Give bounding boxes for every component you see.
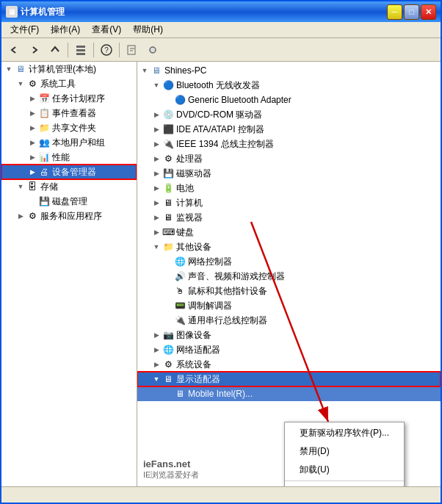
close-button[interactable]: ✕	[421, 4, 436, 20]
dd-expand: ▶	[151, 168, 162, 179]
kb-label: 键盘	[176, 226, 194, 239]
ctx-scan[interactable]: 扫描检测硬件改动(A)	[285, 483, 404, 486]
mi-label: Mobile Intel(R)...	[188, 389, 253, 399]
right-item-ieee[interactable]: ▶ 🔌 IEEE 1394 总线主控制器	[137, 137, 441, 151]
sidebar-item-disk-mgmt[interactable]: ▶ 💾 磁盘管理	[1, 194, 137, 209]
mdm-label: 调制解调器	[188, 300, 232, 312]
other-expand: ▼	[151, 241, 162, 253]
svg-rect-0	[76, 46, 85, 48]
system-tools-expand: ▼	[15, 78, 26, 90]
comp-expand: ▶	[151, 197, 162, 209]
nc-icon: 🌐	[174, 256, 186, 267]
gbt-label: Generic Bluetooth Adapter	[188, 95, 291, 105]
menu-file[interactable]: 文件(F)	[4, 22, 45, 37]
svg-rect-5	[128, 46, 135, 54]
maximize-button[interactable]: □	[404, 4, 419, 20]
right-item-battery[interactable]: ▶ 🔋 电池	[137, 181, 441, 195]
sidebar-item-services[interactable]: ▶ ⚙ 服务和应用程序	[1, 209, 137, 223]
minimize-button[interactable]: ─	[387, 4, 402, 20]
event-label: 事件查看器	[52, 107, 96, 120]
right-item-ide[interactable]: ▶ ⬛ IDE ATA/ATAPI 控制器	[137, 122, 441, 137]
sidebar-item-storage[interactable]: ▼ 🗄 存储	[1, 179, 137, 194]
other-icon: 📁	[162, 241, 174, 253]
right-item-generic-bt[interactable]: ▶ 🔵 Generic Bluetooth Adapter	[137, 93, 441, 107]
sidebar-item-event-viewer[interactable]: ▶ 📋 事件查看器	[1, 106, 137, 120]
ctx-disable[interactable]: 禁用(D)	[285, 442, 404, 461]
forward-button[interactable]	[25, 40, 44, 60]
dvd-icon: 💿	[162, 109, 174, 120]
kb-icon: ⌨	[162, 226, 174, 238]
right-item-mouse[interactable]: ▶ 🖱 鼠标和其他指针设备	[137, 284, 441, 298]
right-item-bluetooth[interactable]: ▼ 🔵 Bluetooth 无线收发器	[137, 78, 441, 93]
right-item-dvd[interactable]: ▶ 💿 DVD/CD-ROM 驱动器	[137, 107, 441, 122]
perf-label: 性能	[52, 151, 70, 164]
sidebar-item-system-tools[interactable]: ▼ ⚙ 系统工具	[1, 76, 137, 91]
left-panel: ▼ 🖥 计算机管理(本地) ▼ ⚙ 系统工具 ▶ 📅 任务计划程序 ▶ 📋 事件…	[1, 62, 137, 486]
up-button[interactable]	[46, 40, 65, 60]
statusbar	[1, 486, 441, 503]
right-item-other[interactable]: ▼ 📁 其他设备	[137, 240, 441, 254]
ctx-update-driver[interactable]: 更新驱动程序软件(P)...	[285, 424, 404, 442]
ctx-sep	[285, 480, 404, 481]
right-item-computer[interactable]: ▶ 🖥 计算机	[137, 195, 441, 210]
titlebar: 🖥 计算机管理 ─ □ ✕	[1, 1, 441, 22]
back-button[interactable]	[4, 40, 23, 60]
storage-expand: ▼	[15, 181, 26, 192]
right-item-image[interactable]: ▶ 📷 图像设备	[137, 328, 441, 342]
right-item-network-adapter[interactable]: ▶ 🌐 网络适配器	[137, 342, 441, 357]
sidebar-item-device-manager[interactable]: ▶ 🖨 设备管理器	[1, 165, 137, 179]
properties-toolbar-button[interactable]	[143, 40, 162, 60]
menu-action[interactable]: 操作(A)	[45, 22, 86, 37]
storage-label: 存储	[40, 181, 58, 193]
menu-view[interactable]: 查看(V)	[86, 22, 127, 37]
right-item-monitor[interactable]: ▶ 🖥 监视器	[137, 210, 441, 225]
right-root-icon: 🖥	[151, 65, 162, 76]
snd-icon: 🔊	[174, 270, 186, 282]
right-root[interactable]: ▼ 🖥 Shines-PC	[137, 63, 441, 78]
right-item-system-device[interactable]: ▶ ⚙ 系统设备	[137, 357, 441, 372]
sidebar-item-performance[interactable]: ▶ 📊 性能	[1, 150, 137, 165]
bat-icon: 🔋	[162, 182, 174, 194]
right-item-mobile-intel[interactable]: ▶ 🖥 Mobile Intel(R)...	[137, 386, 441, 401]
perf-icon: 📊	[38, 151, 50, 163]
sidebar-item-task-scheduler[interactable]: ▶ 📅 任务计划程序	[1, 91, 137, 106]
right-item-serial-bus[interactable]: ▶ 🔌 通用串行总线控制器	[137, 313, 441, 328]
task-label: 任务计划程序	[52, 93, 105, 105]
usb-label: 通用串行总线控制器	[188, 314, 267, 327]
shared-label: 共享文件夹	[52, 122, 96, 134]
tree-root[interactable]: ▼ 🖥 计算机管理(本地)	[1, 62, 137, 76]
dd-label: 磁驱动器	[176, 168, 211, 180]
right-item-processor[interactable]: ▶ ⚙ 处理器	[137, 151, 441, 166]
root-expand-icon: ▼	[3, 63, 15, 75]
system-tools-label: 系统工具	[40, 78, 76, 90]
right-item-modem[interactable]: ▶ 📟 调制解调器	[137, 298, 441, 313]
sidebar-item-shared-folders[interactable]: ▶ 📁 共享文件夹	[1, 120, 137, 135]
right-item-keyboard[interactable]: ▶ ⌨ 键盘	[137, 225, 441, 240]
snd-label: 声音、视频和游戏控制器	[188, 270, 285, 283]
toolbar: ?	[1, 38, 441, 62]
devmgr-icon: 🖨	[38, 166, 50, 178]
menu-help[interactable]: 帮助(H)	[127, 22, 169, 37]
right-item-disk-drive[interactable]: ▶ 💾 磁驱动器	[137, 166, 441, 181]
watermark-line2: IE浏览器爱好者	[143, 469, 199, 480]
svg-rect-2	[76, 53, 85, 55]
services-label: 服务和应用程序	[40, 210, 102, 223]
da-expand: ▼	[151, 373, 162, 385]
da-icon: 🖥	[162, 373, 174, 385]
watermark: ieFans.net IE浏览器爱好者	[143, 458, 199, 480]
mon-label: 监视器	[176, 212, 203, 224]
other-label: 其他设备	[176, 241, 211, 253]
ieee-expand: ▶	[151, 138, 162, 150]
sidebar-item-local-users[interactable]: ▶ 👥 本地用户和组	[1, 135, 137, 150]
img-label: 图像设备	[176, 329, 211, 342]
right-item-network-ctrl[interactable]: ▶ 🌐 网络控制器	[137, 254, 441, 269]
users-label: 本地用户和组	[52, 137, 105, 149]
right-item-display-adapter[interactable]: ▼ 🖥 显示适配器	[137, 372, 441, 386]
window-title: 计算机管理	[21, 6, 387, 18]
toolbar-sep-1	[68, 43, 68, 57]
ctx-uninstall[interactable]: 卸载(U)	[285, 461, 404, 479]
right-item-sound[interactable]: ▶ 🔊 声音、视频和游戏控制器	[137, 269, 441, 284]
export-button[interactable]	[123, 40, 142, 60]
help-button[interactable]: ?	[97, 40, 116, 60]
show-hide-button[interactable]	[71, 40, 90, 60]
